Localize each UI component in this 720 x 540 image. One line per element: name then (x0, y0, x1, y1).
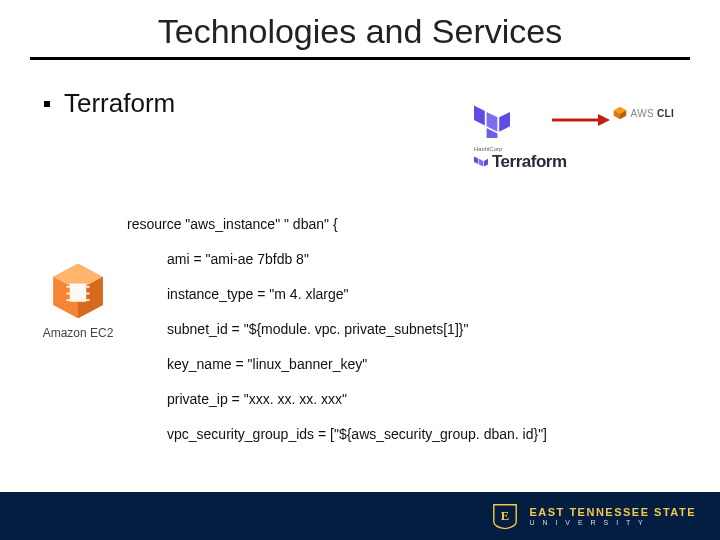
svg-marker-10 (479, 159, 483, 167)
ec2-badge: Amazon EC2 (34, 262, 122, 340)
ec2-icon (44, 262, 112, 320)
code-line: key_name = "linux_banner_key" (167, 356, 687, 374)
svg-marker-1 (487, 112, 498, 132)
arrow-icon (552, 112, 610, 128)
svg-marker-2 (499, 112, 510, 132)
svg-text:E: E (501, 509, 509, 523)
footer-text: EAST TENNESSEE STATE U N I V E R S I T Y (529, 506, 696, 526)
code-line: resource "aws_instance" " dban" { (127, 216, 687, 234)
terraform-logo-icon (474, 102, 510, 138)
svg-marker-0 (474, 106, 485, 126)
aws-cli-label: AWS CLI (631, 108, 674, 119)
ec2-label: Amazon EC2 (34, 326, 122, 340)
terraform-wordmark: HashiCorp Terraform (474, 146, 567, 172)
footer-logo: E EAST TENNESSEE STATE U N I V E R S I T… (491, 502, 696, 530)
footer-bar: E EAST TENNESSEE STATE U N I V E R S I T… (0, 492, 720, 540)
etsu-shield-icon: E (491, 502, 519, 530)
bullet-text: Terraform (64, 88, 175, 119)
code-blank (127, 461, 687, 479)
svg-rect-15 (70, 284, 87, 302)
footer-line2: U N I V E R S I T Y (529, 519, 696, 526)
title-underline (30, 57, 690, 60)
code-line: subnet_id = "${module. vpc. private_subn… (167, 321, 687, 339)
svg-marker-11 (484, 159, 488, 167)
terraform-cluster: AWS CLI HashiCorp Terraform (474, 100, 684, 170)
slide: Technologies and Services Terraform AWS … (0, 0, 720, 540)
aws-cli-badge: AWS CLI (613, 106, 674, 120)
code-line: instance_type = "m 4. xlarge" (167, 286, 687, 304)
svg-marker-9 (474, 156, 478, 164)
slide-title: Technologies and Services (0, 0, 720, 51)
code-line: vpc_security_group_ids = ["${aws_securit… (167, 426, 687, 444)
bullet-icon (44, 101, 50, 107)
aws-cube-icon (613, 106, 627, 120)
svg-marker-5 (598, 114, 610, 126)
footer-line1: EAST TENNESSEE STATE (529, 506, 696, 518)
terraform-small-icon (474, 155, 488, 169)
code-line: ami = "ami-ae 7bfdb 8" (167, 251, 687, 269)
terraform-code-block: resource "aws_instance" " dban" { ami = … (127, 198, 687, 540)
code-line: private_ip = "xxx. xx. xx. xxx" (167, 391, 687, 409)
